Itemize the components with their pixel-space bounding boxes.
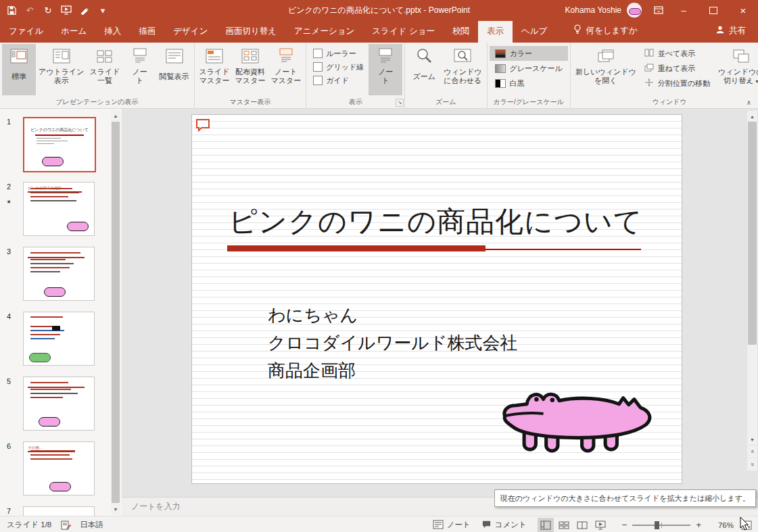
comment-indicator-icon[interactable]	[195, 118, 210, 134]
slide-thumbnail-5[interactable]	[23, 377, 95, 431]
spellcheck-icon[interactable]	[61, 521, 72, 530]
reading-view-shortcut[interactable]	[574, 518, 590, 532]
slide-subtitle-text[interactable]: わにちゃん クロコダイルワールド株式会社 商品企画部	[268, 301, 517, 385]
tab-insert[interactable]: 挿入	[95, 21, 130, 43]
button-label: スライドマスター	[199, 68, 230, 86]
slide-sorter-shortcut[interactable]	[556, 518, 572, 532]
switch-windows-button[interactable]: ウィンドウの切り替え ▾	[715, 44, 758, 95]
language-indicator[interactable]: 日本語	[80, 520, 103, 530]
zoom-in-button[interactable]: +	[696, 520, 701, 530]
zoom-slider-thumb[interactable]	[655, 521, 659, 529]
share-button[interactable]: 共有	[715, 25, 758, 43]
tab-draw[interactable]: 描画	[130, 21, 164, 43]
tab-help[interactable]: ヘルプ	[513, 21, 556, 43]
tab-transitions[interactable]: 画面切り替え	[216, 21, 285, 43]
dialog-launcher-icon[interactable]: ↘	[396, 99, 404, 107]
zoom-slider[interactable]	[632, 525, 690, 526]
account-user-name[interactable]: Kohama Yoshie	[565, 5, 621, 15]
collapse-ribbon-icon[interactable]: ∧	[747, 99, 751, 106]
normal-view-button[interactable]: 標準	[2, 44, 36, 95]
arrange-all-button[interactable]: 並べて表示	[639, 46, 715, 61]
slide-thumbnail-3[interactable]	[23, 247, 95, 301]
reading-view-button[interactable]: 閲覧表示	[157, 44, 192, 95]
checkbox-label: ルーラー	[326, 49, 356, 59]
notes-toggle[interactable]: ノート	[433, 520, 471, 531]
zoom-percentage[interactable]: 76%	[709, 521, 734, 529]
minimize-button[interactable]: –	[669, 0, 698, 20]
button-label: アウトライン表示	[39, 68, 85, 86]
slide-thumbnail-6[interactable]: その他…	[23, 441, 95, 495]
scroll-up-icon[interactable]: ▲	[111, 110, 120, 121]
mini-speech-bubble	[52, 326, 60, 331]
maximize-button[interactable]	[698, 0, 728, 20]
notes-toggle-button[interactable]: ノート	[369, 44, 402, 95]
touch-mode-icon[interactable]	[78, 4, 91, 16]
fit-to-window-button[interactable]: ウィンドウに合わせる	[441, 44, 484, 95]
outline-view-button[interactable]: アウトライン表示	[36, 44, 87, 95]
tab-file[interactable]: ファイル	[0, 21, 52, 43]
tab-animations[interactable]: アニメーション	[285, 21, 363, 43]
canvas-scrollbar[interactable]: ▲ ▼ « »	[747, 111, 757, 470]
notes-master-button[interactable]: ノートマスター	[268, 44, 304, 95]
gridlines-checkbox[interactable]: グリッド線	[310, 60, 367, 74]
tell-me-search[interactable]: 何をしますか	[573, 24, 637, 43]
zoom-button[interactable]: ズーム	[407, 44, 441, 95]
qat-customize-icon[interactable]: ▾	[97, 4, 109, 16]
cascade-icon	[644, 64, 654, 73]
scrollbar-track[interactable]	[747, 122, 757, 434]
scroll-down-icon[interactable]: ▼	[111, 504, 120, 514]
slide-indicator: スライド 1/8	[7, 520, 51, 530]
zoom-out-button[interactable]: −	[622, 520, 627, 530]
close-button[interactable]: ×	[728, 0, 758, 20]
ribbon-group-color-grayscale: カラー グレースケール 白黒 カラー/グレースケール	[488, 43, 571, 108]
tab-design[interactable]: デザイン	[164, 21, 216, 43]
grayscale-icon	[495, 64, 506, 73]
slide-thumbnail-1[interactable]: ピンクのワニの商品化について	[23, 117, 96, 172]
slide-master-button[interactable]: スライドマスター	[197, 44, 233, 95]
redo-icon[interactable]: ↻	[42, 4, 54, 16]
slide-thumbnail-7[interactable]	[23, 506, 95, 516]
previous-slide-button[interactable]: «	[747, 445, 757, 458]
scrollbar-thumb[interactable]	[112, 122, 120, 503]
cascade-button[interactable]: 重ねて表示	[639, 61, 715, 76]
comments-toggle[interactable]: コメント	[481, 520, 527, 531]
normal-view-shortcut[interactable]	[538, 518, 554, 532]
start-slideshow-icon[interactable]	[60, 4, 72, 16]
tab-view[interactable]: 表示	[478, 21, 513, 43]
user-avatar[interactable]	[627, 3, 642, 18]
scrollbar-thumb[interactable]	[748, 122, 757, 345]
move-split-button[interactable]: 分割位置の移動	[639, 76, 715, 91]
undo-icon[interactable]: ↶	[24, 4, 36, 16]
next-slide-button[interactable]: »	[747, 458, 757, 470]
grayscale-button[interactable]: グレースケール	[490, 61, 568, 76]
color-button[interactable]: カラー	[490, 46, 568, 61]
handout-master-button[interactable]: 配布資料マスター	[233, 44, 268, 95]
slide-title-text[interactable]: ピンクのワニの商品化について	[229, 203, 643, 241]
tab-review[interactable]: 校閲	[444, 21, 478, 43]
slide-sorter-button[interactable]: スライド一覧	[87, 44, 123, 95]
guides-checkbox[interactable]: ガイド	[310, 74, 367, 87]
slide-thumbnail-4[interactable]	[23, 312, 95, 366]
ruler-checkbox[interactable]: ルーラー	[310, 47, 367, 60]
slideshow-shortcut[interactable]	[592, 518, 609, 532]
scroll-up-icon[interactable]: ▲	[747, 111, 757, 122]
tab-home[interactable]: ホーム	[52, 21, 95, 43]
tab-slideshow[interactable]: スライド ショー	[363, 21, 444, 43]
mini-crocodile-image	[49, 482, 71, 491]
slide-number: 6	[0, 441, 18, 495]
pink-crocodile-image[interactable]	[500, 374, 659, 454]
slide-thumbnail-2[interactable]: ピンクのワニの紹介	[23, 182, 95, 236]
scroll-down-icon[interactable]: ▼	[747, 434, 757, 445]
button-label: 白黒	[510, 78, 525, 89]
new-window-button[interactable]: 新しいウィンドウを開く	[573, 44, 639, 95]
ribbon-display-options-icon[interactable]	[648, 0, 669, 20]
thumbnails-scrollbar[interactable]: ▲ ▼	[111, 110, 120, 514]
save-icon[interactable]	[5, 4, 18, 16]
title-underline	[227, 245, 641, 252]
slide-1[interactable]: ピンクのワニの商品化について わにちゃん クロコダイルワールド株式会社 商品企画…	[191, 114, 682, 484]
black-and-white-button[interactable]: 白黒	[490, 76, 568, 91]
comments-toggle-label: コメント	[495, 520, 527, 530]
button-label: ズーム	[412, 68, 435, 86]
checkbox-icon	[313, 49, 323, 58]
notes-page-button[interactable]: ノート	[123, 44, 157, 95]
